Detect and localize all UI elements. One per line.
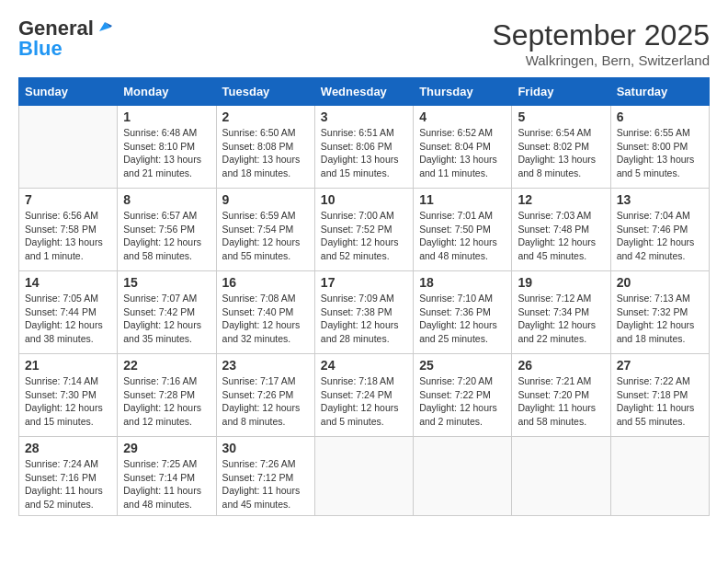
cell-content: Sunrise: 6:54 AM Sunset: 8:02 PM Dayligh… — [518, 126, 604, 180]
calendar-cell: 19Sunrise: 7:12 AM Sunset: 7:34 PM Dayli… — [512, 271, 610, 354]
calendar-cell: 26Sunrise: 7:21 AM Sunset: 7:20 PM Dayli… — [512, 354, 610, 437]
cell-content: Sunrise: 7:08 AM Sunset: 7:40 PM Dayligh… — [222, 292, 309, 346]
day-number: 3 — [321, 109, 407, 124]
cell-content: Sunrise: 7:16 AM Sunset: 7:28 PM Dayligh… — [123, 374, 210, 429]
cell-content: Sunrise: 7:07 AM Sunset: 7:42 PM Dayligh… — [123, 292, 210, 346]
calendar-cell — [414, 437, 512, 516]
page-header: General Blue September 2025 Walkringen, … — [18, 18, 710, 68]
cell-content: Sunrise: 7:13 AM Sunset: 7:32 PM Dayligh… — [617, 292, 703, 346]
calendar-cell: 12Sunrise: 7:03 AM Sunset: 7:48 PM Dayli… — [512, 189, 610, 271]
calendar-cell: 21Sunrise: 7:14 AM Sunset: 7:30 PM Dayli… — [19, 354, 118, 437]
day-number: 11 — [419, 192, 506, 207]
cell-content: Sunrise: 7:09 AM Sunset: 7:38 PM Dayligh… — [321, 292, 407, 346]
day-number: 24 — [321, 358, 407, 373]
calendar-cell: 24Sunrise: 7:18 AM Sunset: 7:24 PM Dayli… — [314, 354, 413, 437]
column-header-saturday: Saturday — [610, 78, 709, 106]
calendar-cell: 16Sunrise: 7:08 AM Sunset: 7:40 PM Dayli… — [216, 271, 314, 354]
day-number: 1 — [123, 109, 210, 124]
calendar-cell: 17Sunrise: 7:09 AM Sunset: 7:38 PM Dayli… — [314, 271, 413, 354]
location: Walkringen, Bern, Switzerland — [492, 52, 710, 68]
calendar-cell: 7Sunrise: 6:56 AM Sunset: 7:58 PM Daylig… — [19, 189, 118, 271]
day-number: 5 — [518, 109, 604, 124]
cell-content: Sunrise: 7:00 AM Sunset: 7:52 PM Dayligh… — [321, 209, 407, 263]
calendar-cell: 6Sunrise: 6:55 AM Sunset: 8:00 PM Daylig… — [610, 106, 709, 189]
day-number: 30 — [222, 441, 309, 455]
day-number: 2 — [222, 109, 309, 124]
day-number: 20 — [617, 275, 703, 290]
calendar-week-row: 14Sunrise: 7:05 AM Sunset: 7:44 PM Dayli… — [19, 271, 710, 354]
logo-blue-text: Blue — [18, 39, 63, 59]
calendar-table: SundayMondayTuesdayWednesdayThursdayFrid… — [18, 77, 710, 516]
calendar-cell — [314, 437, 413, 516]
calendar-cell: 20Sunrise: 7:13 AM Sunset: 7:32 PM Dayli… — [610, 271, 709, 354]
calendar-cell: 4Sunrise: 6:52 AM Sunset: 8:04 PM Daylig… — [414, 106, 512, 189]
day-number: 21 — [25, 358, 111, 373]
day-number: 14 — [25, 275, 111, 290]
column-header-monday: Monday — [118, 78, 216, 106]
cell-content: Sunrise: 6:50 AM Sunset: 8:08 PM Dayligh… — [222, 126, 309, 180]
column-header-sunday: Sunday — [19, 78, 118, 106]
logo-general-text: General — [18, 18, 94, 39]
calendar-cell: 9Sunrise: 6:59 AM Sunset: 7:54 PM Daylig… — [216, 189, 314, 271]
calendar-cell: 11Sunrise: 7:01 AM Sunset: 7:50 PM Dayli… — [414, 189, 512, 271]
calendar-cell: 10Sunrise: 7:00 AM Sunset: 7:52 PM Dayli… — [314, 189, 413, 271]
calendar-week-row: 1Sunrise: 6:48 AM Sunset: 8:10 PM Daylig… — [19, 106, 710, 189]
cell-content: Sunrise: 6:56 AM Sunset: 7:58 PM Dayligh… — [25, 209, 111, 263]
calendar-cell: 14Sunrise: 7:05 AM Sunset: 7:44 PM Dayli… — [19, 271, 118, 354]
calendar-week-row: 21Sunrise: 7:14 AM Sunset: 7:30 PM Dayli… — [19, 354, 710, 437]
calendar-cell: 30Sunrise: 7:26 AM Sunset: 7:12 PM Dayli… — [216, 437, 314, 516]
day-number: 22 — [123, 358, 210, 373]
calendar-header-row: SundayMondayTuesdayWednesdayThursdayFrid… — [19, 78, 710, 106]
calendar-cell — [610, 437, 709, 516]
column-header-thursday: Thursday — [414, 78, 512, 106]
day-number: 9 — [222, 192, 309, 207]
calendar-cell: 28Sunrise: 7:24 AM Sunset: 7:16 PM Dayli… — [19, 437, 118, 516]
day-number: 29 — [123, 441, 210, 455]
cell-content: Sunrise: 6:57 AM Sunset: 7:56 PM Dayligh… — [123, 209, 210, 263]
day-number: 15 — [123, 275, 210, 290]
cell-content: Sunrise: 7:20 AM Sunset: 7:22 PM Dayligh… — [419, 374, 506, 429]
day-number: 12 — [518, 192, 604, 207]
calendar-cell: 27Sunrise: 7:22 AM Sunset: 7:18 PM Dayli… — [610, 354, 709, 437]
cell-content: Sunrise: 7:21 AM Sunset: 7:20 PM Dayligh… — [518, 374, 604, 429]
cell-content: Sunrise: 6:55 AM Sunset: 8:00 PM Dayligh… — [617, 126, 703, 180]
day-number: 10 — [321, 192, 407, 207]
calendar-cell — [19, 106, 118, 189]
month-title: September 2025 — [492, 18, 710, 52]
svg-marker-0 — [99, 22, 110, 31]
day-number: 23 — [222, 358, 309, 373]
calendar-cell: 5Sunrise: 6:54 AM Sunset: 8:02 PM Daylig… — [512, 106, 610, 189]
calendar-cell — [512, 437, 610, 516]
cell-content: Sunrise: 7:10 AM Sunset: 7:36 PM Dayligh… — [419, 292, 506, 346]
cell-content: Sunrise: 7:01 AM Sunset: 7:50 PM Dayligh… — [419, 209, 506, 263]
day-number: 13 — [617, 192, 703, 207]
title-block: September 2025 Walkringen, Bern, Switzer… — [492, 18, 710, 68]
day-number: 28 — [25, 441, 111, 455]
day-number: 6 — [617, 109, 703, 124]
day-number: 26 — [518, 358, 604, 373]
day-number: 17 — [321, 275, 407, 290]
day-number: 7 — [25, 192, 111, 207]
calendar-cell: 13Sunrise: 7:04 AM Sunset: 7:46 PM Dayli… — [610, 189, 709, 271]
day-number: 16 — [222, 275, 309, 290]
cell-content: Sunrise: 7:25 AM Sunset: 7:14 PM Dayligh… — [123, 457, 210, 511]
calendar-cell: 3Sunrise: 6:51 AM Sunset: 8:06 PM Daylig… — [314, 106, 413, 189]
calendar-cell: 15Sunrise: 7:07 AM Sunset: 7:42 PM Dayli… — [118, 271, 216, 354]
cell-content: Sunrise: 7:17 AM Sunset: 7:26 PM Dayligh… — [222, 374, 309, 429]
column-header-wednesday: Wednesday — [314, 78, 413, 106]
calendar-week-row: 7Sunrise: 6:56 AM Sunset: 7:58 PM Daylig… — [19, 189, 710, 271]
day-number: 4 — [419, 109, 506, 124]
logo: General Blue — [18, 18, 112, 59]
cell-content: Sunrise: 7:14 AM Sunset: 7:30 PM Dayligh… — [25, 374, 111, 429]
calendar-week-row: 28Sunrise: 7:24 AM Sunset: 7:16 PM Dayli… — [19, 437, 710, 516]
cell-content: Sunrise: 7:05 AM Sunset: 7:44 PM Dayligh… — [25, 292, 111, 346]
calendar-cell: 29Sunrise: 7:25 AM Sunset: 7:14 PM Dayli… — [118, 437, 216, 516]
calendar-cell: 8Sunrise: 6:57 AM Sunset: 7:56 PM Daylig… — [118, 189, 216, 271]
calendar-cell: 2Sunrise: 6:50 AM Sunset: 8:08 PM Daylig… — [216, 106, 314, 189]
day-number: 8 — [123, 192, 210, 207]
day-number: 18 — [419, 275, 506, 290]
day-number: 25 — [419, 358, 506, 373]
cell-content: Sunrise: 7:04 AM Sunset: 7:46 PM Dayligh… — [617, 209, 703, 263]
calendar-cell: 22Sunrise: 7:16 AM Sunset: 7:28 PM Dayli… — [118, 354, 216, 437]
day-number: 19 — [518, 275, 604, 290]
